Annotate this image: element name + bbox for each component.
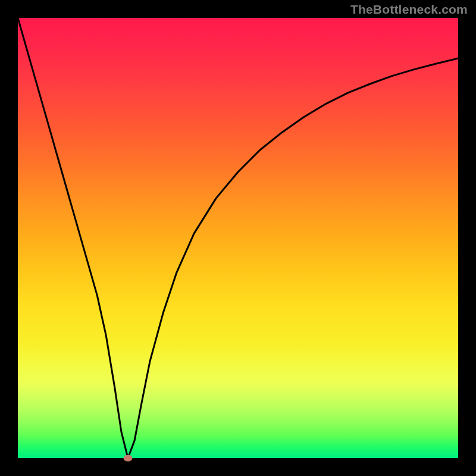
minimum-marker [124,455,133,462]
attribution-text: TheBottleneck.com [350,2,468,17]
chart-container: TheBottleneck.com [0,0,476,476]
bottleneck-curve [18,18,458,458]
curve-svg [18,18,458,458]
plot-area [18,18,458,458]
